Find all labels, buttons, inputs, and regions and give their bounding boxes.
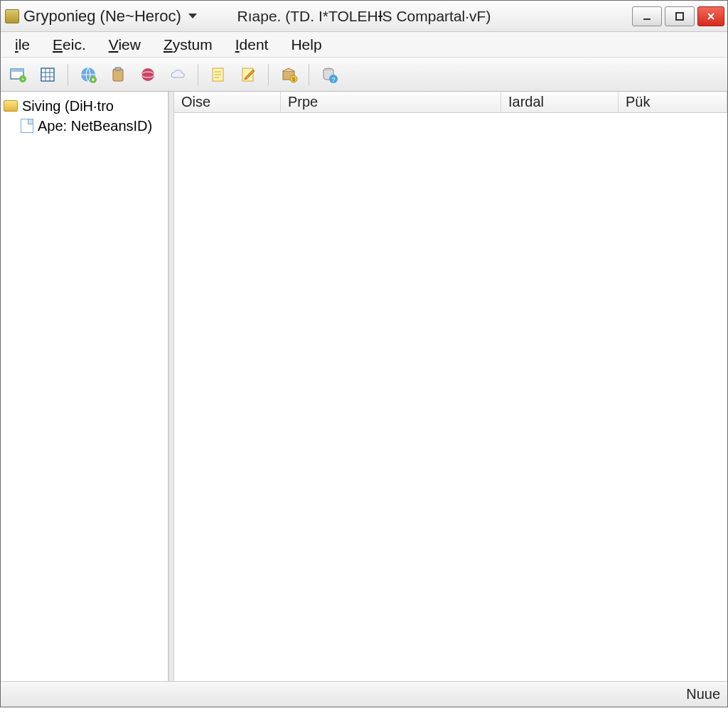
db-help-icon: ? [320,65,338,84]
menu-view[interactable]: View [97,33,152,56]
list-body [174,113,727,681]
tb-note[interactable] [205,62,231,87]
tb-new-window[interactable]: + [5,62,31,87]
tb-grid[interactable] [35,62,60,87]
maximize-button[interactable] [665,6,695,26]
tb-globe[interactable] [75,62,101,87]
clipboard-icon [109,65,127,84]
svg-text:?: ? [331,76,335,83]
tb-package[interactable]: $ [276,62,301,87]
menu-system[interactable]: Zystum [152,33,224,56]
package-icon: $ [279,65,298,84]
svg-rect-3 [11,69,23,72]
menu-ident[interactable]: Ident [224,33,280,56]
globe-icon [79,65,97,84]
edit-note-icon [239,65,257,84]
svg-text:+: + [21,76,25,82]
list-pane: Oise Prpe Iardal Pük [174,92,727,681]
window-controls [629,6,724,26]
cloud-icon [168,65,187,84]
menubar: ile Eeic. View Zystum Ident Help [1,32,727,58]
tree-child[interactable]: Ape: NetBeansID) [1,116,168,136]
title-left-text: Gryponieg (Ne~Heroc) [23,7,181,26]
minimize-button[interactable] [632,6,662,26]
menu-file[interactable]: ile [4,33,41,56]
statusbar: Nuue [1,681,727,707]
toolbar-sep-3 [268,64,269,85]
toolbar-sep-1 [68,64,68,85]
folder-icon [4,100,18,112]
svg-text:$: $ [292,76,296,82]
close-icon [706,11,716,21]
main-split: Siving (DiH·tro Ape: NetBeansID) Oise Pr… [1,92,727,681]
close-button[interactable] [697,6,724,26]
toolbar: + $ ? [1,58,727,92]
titlebar: Gryponieg (Ne~Heroc) Rıape. (TD. I*TOLEH… [1,1,727,32]
tree-root[interactable]: Siving (DiH·tro [1,96,168,116]
menu-edit[interactable]: Eeic. [41,33,97,56]
col-puk[interactable]: Pük [619,92,727,112]
toolbar-sep-2 [198,64,198,85]
app-window: Gryponieg (Ne~Heroc) Rıape. (TD. I*TOLEH… [0,0,728,707]
minimize-icon [642,11,652,21]
tree-child-label: Ape: NetBeansID) [38,118,152,134]
chevron-down-icon [188,14,197,18]
svg-rect-10 [115,68,121,70]
note-icon [209,65,228,84]
tb-red-globe[interactable] [135,62,161,87]
new-window-icon: + [9,65,27,84]
outside-window [0,707,728,727]
tree-pane: Siving (DiH·tro Ape: NetBeansID) [1,92,168,681]
red-globe-icon [139,65,157,84]
col-oise[interactable]: Oise [174,92,281,112]
tree-root-label: Siving (DiH·tro [22,98,114,114]
tb-cloud[interactable] [165,62,191,87]
toolbar-sep-4 [309,64,309,85]
tb-db-help[interactable]: ? [316,62,342,87]
tb-edit-note[interactable] [235,62,261,87]
col-prpe[interactable]: Prpe [281,92,501,112]
splitter[interactable] [168,92,174,681]
svg-rect-9 [113,69,123,81]
app-icon [5,9,19,23]
grid-icon [38,65,57,84]
maximize-icon [675,11,685,21]
tb-clipboard[interactable] [105,62,131,87]
title-left[interactable]: Gryponieg (Ne~Heroc) [23,7,197,26]
svg-rect-0 [643,18,651,20]
document-icon [21,119,33,133]
svg-rect-6 [41,68,54,81]
column-header-row: Oise Prpe Iardal Pük [174,92,727,113]
svg-point-11 [141,68,154,81]
status-right: Nuue [686,686,720,702]
svg-rect-1 [676,13,683,20]
col-iardal[interactable]: Iardal [501,92,619,112]
menu-help[interactable]: Help [279,33,333,56]
